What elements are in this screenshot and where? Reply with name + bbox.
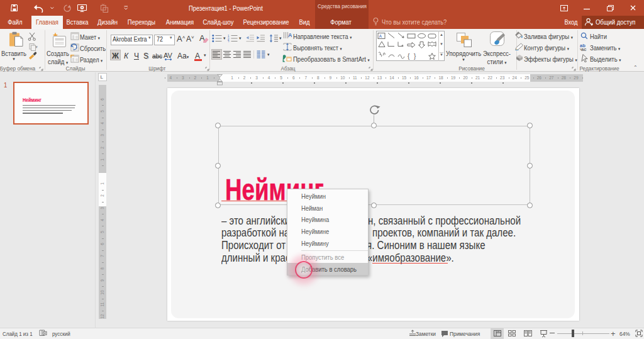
- svg-text:A: A: [288, 32, 292, 38]
- svg-text:}: }: [414, 53, 416, 60]
- svg-text:ac: ac: [581, 47, 586, 51]
- svg-text:{: {: [408, 53, 410, 60]
- svg-text:A: A: [379, 34, 382, 38]
- svg-text:3: 3: [228, 40, 230, 43]
